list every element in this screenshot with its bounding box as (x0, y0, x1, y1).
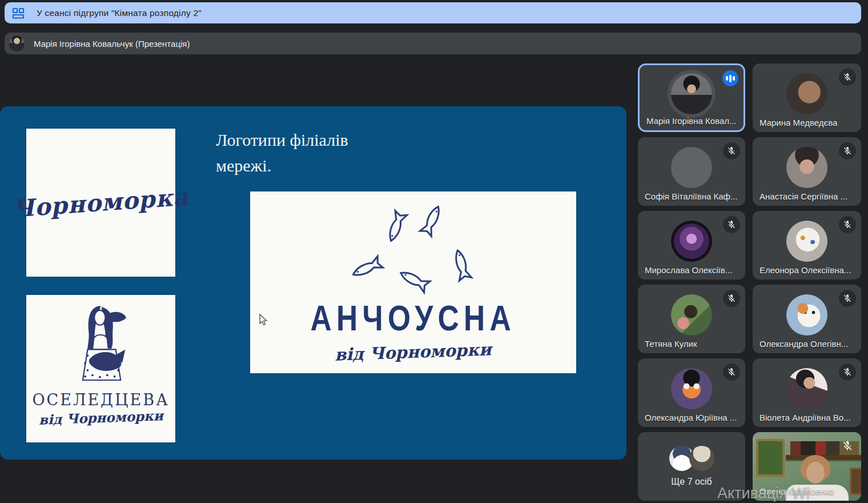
mic-muted-icon (723, 216, 740, 233)
avatar (786, 294, 827, 336)
participant-name: Олександра Юріївна ... (645, 413, 740, 422)
presenter-name: Марія Ігорівна Ковальчук (Презентація) (34, 39, 190, 49)
presenter-bar[interactable]: Марія Ігорівна Ковальчук (Презентація) (5, 33, 861, 54)
participant-name: Марина Медведєва (760, 118, 855, 127)
participant-tile-eleonora[interactable]: Елеонора Олексіївна... (753, 211, 861, 280)
speaking-indicator-icon (722, 70, 738, 86)
mic-muted-icon (839, 216, 856, 233)
participant-name: Тетяна Кулик (645, 339, 740, 349)
mermaid-illustration (64, 303, 138, 389)
participant-tile-anastasiia[interactable]: Анастасія Сергіївна ... (753, 137, 861, 206)
avatar (671, 73, 712, 114)
more-participants-label: Ще 7 осіб (671, 477, 712, 487)
avatar (671, 294, 712, 336)
participant-name: Віолета Андріївна Во... (760, 413, 855, 422)
overflow-avatars (669, 446, 714, 471)
mic-muted-icon (723, 364, 740, 381)
mic-muted-icon (839, 364, 856, 381)
avatar (786, 368, 827, 409)
participant-name: Анастасія Сергіївна ... (760, 191, 855, 201)
mouse-cursor (259, 314, 269, 326)
participant-tile-myroslava[interactable]: Мирослава Олексіїв... (638, 211, 745, 280)
participant-name: Софія Віталіївна Каф... (645, 191, 740, 201)
logo-card-anchousna: АНЧОУСНА від Чорноморки (250, 191, 576, 373)
mic-muted-icon (839, 437, 856, 454)
avatar (786, 221, 827, 262)
avatar (689, 446, 714, 471)
anchousna-logo-sub: від Чорноморки (335, 340, 492, 365)
anchousna-logo-text: АНЧОУСНА (311, 297, 516, 339)
mic-muted-icon (839, 290, 856, 307)
avatar (671, 147, 712, 188)
avatar (786, 147, 827, 188)
oseledtseva-logo-sub: від Чорноморки (38, 408, 163, 428)
participants-grid: Марія Ігорівна Ковал... Марина Медведєва… (638, 63, 861, 501)
windows-activation-watermark: Активація Wi (717, 485, 810, 502)
logo-card-oseledtseva: ОСЕЛЕДЦЕВА від Чорноморки (26, 295, 175, 442)
chornomorka-logo-text: Чорноморка (12, 183, 190, 222)
participant-tile-oleksandra-o[interactable]: Олександра Олегівн... (753, 285, 861, 353)
fish-circle-illustration (311, 202, 516, 296)
oseledtseva-logo-text: ОСЕЛЕДЦЕВА (32, 391, 169, 409)
avatar (786, 73, 827, 114)
mic-muted-icon (839, 69, 856, 86)
participant-tile-violeta[interactable]: Віолета Андріївна Во... (753, 358, 861, 427)
presentation-stage[interactable]: Чорноморка Логотипи філіалів мережі. (0, 106, 626, 460)
participant-tile-oleksandra-y[interactable]: Олександра Юріївна ... (638, 358, 745, 427)
mic-muted-icon (723, 142, 740, 159)
breakout-session-text: У сеансі підгрупи "Кімната розподілу 2" (37, 8, 202, 18)
participant-tile-sofiia[interactable]: Софія Віталіївна Каф... (638, 137, 745, 206)
mic-muted-icon (839, 142, 856, 159)
participant-name: Мирослава Олексіїв... (645, 265, 740, 275)
participant-tile-tetiana[interactable]: Тетяна Кулик (638, 285, 745, 353)
participant-name: Елеонора Олексіївна... (760, 265, 855, 275)
breakout-session-banner: У сеансі підгрупи "Кімната розподілу 2" (5, 2, 861, 23)
avatar (671, 368, 712, 409)
participant-name: Марія Ігорівна Ковал... (646, 116, 738, 126)
slide-title: Логотипи філіалів мережі. (216, 127, 348, 178)
breakout-rooms-icon (11, 6, 25, 20)
mic-muted-icon (723, 290, 740, 307)
avatar (671, 221, 712, 262)
logo-card-chornomorka: Чорноморка (26, 129, 175, 277)
participant-name: Олександра Олегівн... (760, 339, 855, 349)
participant-tile-maria[interactable]: Марія Ігорівна Ковал... (638, 63, 745, 132)
presenter-avatar (9, 36, 25, 51)
participant-tile-maryna[interactable]: Марина Медведєва (753, 63, 861, 132)
